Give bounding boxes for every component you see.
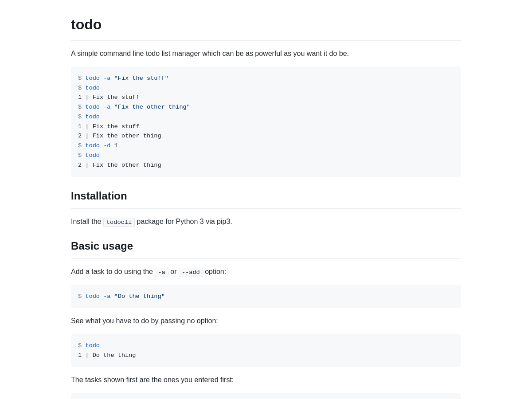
cmd: todo: [85, 104, 100, 110]
cmd: todo: [85, 85, 100, 91]
order-tasks-code-block: $ todo -a "Fix the stuff": [71, 393, 461, 399]
prompt: $: [78, 104, 85, 110]
string: "Do the thing": [114, 293, 165, 300]
order-tasks-text: The tasks shown first are the ones you e…: [71, 376, 234, 383]
install-text-after: package for Python 3 via pip3.: [135, 218, 232, 225]
prompt: $: [78, 342, 85, 349]
code-line: $ todo: [78, 151, 454, 160]
code-line: 1 | Fix the stuff: [78, 93, 454, 102]
installation-heading: Installation: [71, 188, 461, 208]
page-container: todo A simple command line todo list man…: [53, 0, 479, 399]
basic-usage-heading: Basic usage: [71, 238, 461, 258]
add-task-text-after: option:: [203, 268, 226, 275]
flag-a-inline: -a: [155, 268, 168, 277]
prompt: $: [78, 142, 85, 149]
output: 1 | Do the thing: [78, 352, 136, 359]
cmd: todo: [85, 142, 100, 149]
cmd: todo: [85, 75, 100, 82]
flag: -a: [100, 104, 114, 110]
flag: -a: [100, 293, 114, 300]
code-line: $ todo -d 1: [78, 141, 454, 151]
flag: -d: [100, 142, 114, 149]
installation-paragraph: Install the todocli package for Python 3…: [71, 216, 461, 227]
add-task-paragraph: Add a task to do using the -a or --add o…: [71, 266, 461, 278]
code-line: $ todo -a "Fix the stuff": [78, 74, 454, 83]
cmd: todo: [85, 152, 100, 159]
flag-add-inline: --add: [179, 268, 203, 277]
output: 1: [114, 142, 118, 149]
prompt: $: [78, 152, 85, 159]
code-line: $ todo: [78, 341, 454, 351]
output: 1 | Fix the stuff: [78, 123, 140, 130]
add-task-text-before: Add a task to do using the: [71, 268, 155, 275]
intro-code-block: $ todo -a "Fix the stuff" $ todo 1 | Fix…: [71, 66, 461, 177]
output: 2 | Fix the other thing: [78, 133, 161, 139]
install-text-before: Install the: [71, 218, 103, 225]
string: "Fix the stuff": [114, 75, 168, 82]
output: 1 | Fix the stuff: [78, 94, 140, 101]
prompt: $: [78, 85, 85, 91]
add-task-code-block: $ todo -a "Do the thing": [71, 285, 461, 309]
see-tasks-paragraph: See what you have to do by passing no op…: [71, 315, 461, 327]
flag: -a: [100, 75, 114, 82]
prompt: $: [78, 113, 85, 120]
add-task-text-or: or: [168, 268, 179, 275]
see-tasks-text: See what you have to do by passing no op…: [71, 317, 218, 325]
code-line: 1 | Fix the stuff: [78, 122, 454, 132]
output: 2 | Fix the other thing: [78, 162, 161, 168]
code-line: 2 | Fix the other thing: [78, 160, 454, 170]
intro-description: A simple command line todo list manager …: [71, 48, 461, 59]
see-tasks-code-block: $ todo 1 | Do the thing: [71, 334, 461, 368]
order-tasks-paragraph: The tasks shown first are the ones you e…: [71, 374, 461, 386]
code-line: 1 | Do the thing: [78, 351, 454, 360]
code-line: $ todo: [78, 83, 454, 93]
code-line: $ todo -a "Fix the other thing": [78, 102, 454, 112]
page-title: todo: [71, 13, 461, 41]
cmd: todo: [85, 113, 100, 120]
code-line: $ todo: [78, 112, 454, 122]
string: "Fix the other thing": [114, 104, 190, 110]
prompt: $: [78, 293, 85, 300]
prompt: $: [78, 75, 85, 82]
cmd: todo: [85, 293, 100, 300]
code-line: 2 | Fix the other thing: [78, 131, 454, 141]
todocli-inline-code: todocli: [103, 218, 135, 227]
cmd: todo: [85, 342, 100, 349]
code-line: $ todo -a "Do the thing": [78, 292, 454, 301]
